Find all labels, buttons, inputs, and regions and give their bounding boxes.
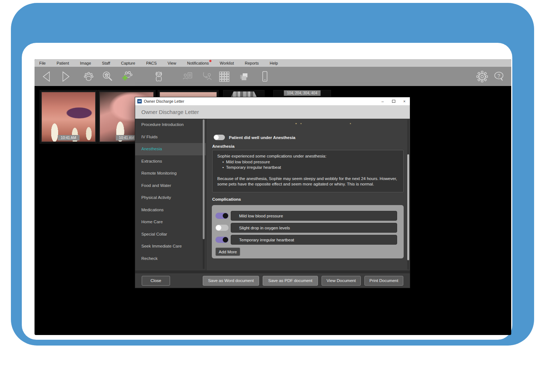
settings-gear-icon[interactable]	[476, 70, 488, 83]
staff-record-icon[interactable]	[182, 70, 194, 83]
sidebar-item-special-collar[interactable]: Special Collar	[135, 228, 206, 241]
menu-item-pacs-capture[interactable]: Capture	[121, 61, 135, 65]
paw-icon[interactable]	[82, 70, 95, 83]
bullet-marker: •	[222, 159, 224, 165]
complication-row: Temporary irregular heartbeat	[215, 235, 400, 245]
image-stack-icon[interactable]	[238, 70, 250, 83]
sidebar-item-food-and-water[interactable]: Food and Water	[135, 180, 206, 192]
sidebar-item-anesthesia[interactable]: Anesthesia	[135, 143, 206, 155]
print-document-button[interactable]: Print Document	[364, 276, 403, 286]
dialog-sidebar: Procedure Introduction IV Fluids Anesthe…	[135, 119, 206, 270]
patient-well-toggle-label: Patient did well under Anesthesia	[229, 135, 295, 140]
clipped-scrolled-text	[295, 123, 354, 124]
menu-item-pacs[interactable]: PACS	[146, 61, 157, 65]
exam-stethoscope-icon[interactable]	[201, 70, 213, 83]
maximize-icon[interactable]	[388, 97, 399, 105]
anesthesia-note-textarea[interactable]: Sophie experienced some complications un…	[212, 150, 404, 192]
window-controls: – ×	[377, 97, 410, 105]
complication-toggle-1[interactable]	[215, 213, 229, 219]
menu-item-notifications-label: Notifications	[187, 61, 209, 65]
patient-well-toggle-row: Patient did well under Anesthesia	[214, 135, 295, 140]
content-scrollbar-thumb[interactable]	[407, 154, 409, 260]
footer-divider	[135, 270, 410, 273]
complication-toggle-2[interactable]	[215, 225, 229, 231]
sidebar-item-home-care[interactable]: Home Care	[135, 216, 206, 228]
menu-item-worklist[interactable]: Worklist	[220, 61, 234, 65]
complication-field-1[interactable]: Mild low blood pressure	[231, 211, 397, 221]
dialog-header-title: Owner Discharge Letter	[135, 105, 410, 119]
back-icon[interactable]	[41, 70, 53, 83]
screenshot-stage: File Patient Image Staff Capture PACS Vi…	[0, 0, 545, 392]
note-bullet-2: Temporary irregular heartbeat	[226, 165, 281, 171]
mobile-phone-icon[interactable]	[259, 70, 271, 83]
toggle-knob	[223, 237, 228, 242]
menu-bar: File Patient Image Staff Capture PACS Vi…	[35, 59, 511, 67]
complications-panel: Mild low blood pressure Slight drop in o…	[212, 205, 404, 258]
toggle-knob	[223, 213, 228, 219]
sidebar-item-procedure-introduction[interactable]: Procedure Introduction	[135, 119, 206, 131]
save-pdf-button[interactable]: Save as PDF document	[263, 276, 318, 286]
note-paragraph: Because of the anesthesia, Sophie may se…	[217, 176, 399, 187]
sidebar-item-physical-activity[interactable]: Physical Activity	[135, 192, 206, 204]
sidebar-item-extractions[interactable]: Extractions	[135, 155, 206, 168]
help-bubble-icon[interactable]: ?	[493, 70, 505, 83]
dialog-titlebar[interactable]: Owner Discharge Letter – ×	[135, 97, 410, 105]
note-bullet-1: Mild low blood pressure	[226, 159, 270, 165]
notification-badge-dot	[209, 60, 211, 62]
thumbnail-time-label: 10:41 AM	[116, 135, 137, 140]
app-icon	[137, 99, 142, 103]
add-patient-paw-icon[interactable]	[121, 70, 133, 83]
owner-discharge-letter-dialog: Owner Discharge Letter – × Owner Dischar…	[135, 97, 410, 288]
complication-toggle-3[interactable]	[215, 237, 229, 243]
menu-item-image[interactable]: Image	[80, 61, 91, 65]
complication-row: Mild low blood pressure	[215, 211, 400, 221]
dialog-body: Procedure Introduction IV Fluids Anesthe…	[135, 119, 410, 270]
sidebar-item-medications[interactable]: Medications	[135, 204, 206, 216]
vet-imaging-app-window: File Patient Image Staff Capture PACS Vi…	[35, 59, 511, 335]
thumbnail-sutured-gum[interactable]: 10:41 AM	[40, 90, 97, 143]
bullet-marker: •	[222, 165, 224, 171]
sidebar-item-seek-immediate-care[interactable]: Seek Immediate Care	[135, 240, 206, 253]
footer-buttons: Close Save as Word document Save as PDF …	[135, 273, 410, 288]
menu-item-patient[interactable]: Patient	[57, 61, 69, 65]
toggle-knob	[214, 135, 219, 140]
menu-item-notifications[interactable]: Notifications	[187, 61, 209, 65]
grid-layout-icon[interactable]	[218, 70, 230, 83]
content-scrollbar[interactable]	[407, 119, 409, 270]
menu-item-file[interactable]: File	[39, 61, 46, 65]
note-bullets: •Mild low blood pressure •Temporary irre…	[222, 159, 399, 171]
complication-field-3[interactable]: Temporary irregular heartbeat	[231, 235, 397, 245]
thumbnail-teeth-label: 104, 204, 304, 404	[284, 90, 320, 96]
view-document-button[interactable]: View Document	[322, 276, 361, 286]
forward-icon[interactable]	[59, 70, 72, 83]
anesthesia-label: Anesthesia	[212, 144, 234, 148]
sidebar-item-iv-fluids[interactable]: IV Fluids	[135, 131, 206, 143]
menu-item-staff[interactable]: Staff	[102, 61, 110, 65]
complications-label: Complications	[212, 197, 241, 201]
menu-item-help[interactable]: Help	[270, 61, 278, 65]
thumbnail-time-label: 10:41 AM	[57, 135, 79, 140]
sidebar-item-remote-monitoring[interactable]: Remote Monitoring	[135, 167, 206, 180]
save-word-button[interactable]: Save as Word document	[203, 276, 259, 286]
menu-item-reports[interactable]: Reports	[245, 61, 259, 65]
close-button[interactable]: Close	[142, 276, 170, 286]
search-paw-icon[interactable]	[102, 70, 114, 83]
complication-field-2[interactable]: Slight drop in oxygen levels	[231, 223, 397, 233]
toggle-knob	[216, 225, 221, 230]
dialog-footer: Close Save as Word document Save as PDF …	[135, 270, 410, 288]
svg-text:?: ?	[497, 73, 500, 79]
menu-item-view[interactable]: View	[167, 61, 176, 65]
minimize-icon[interactable]: –	[377, 97, 388, 105]
toolbar: ?	[35, 67, 511, 86]
patient-well-toggle[interactable]	[214, 135, 225, 140]
anesthesia-section-content: Patient did well under Anesthesia Anesth…	[206, 119, 410, 270]
dog-icon[interactable]	[153, 70, 165, 83]
dialog-title: Owner Discharge Letter	[144, 99, 184, 103]
complication-row: Slight drop in oxygen levels	[215, 223, 400, 233]
sidebar-scrollbar[interactable]	[203, 119, 205, 269]
note-intro: Sophie experienced some complications un…	[217, 154, 399, 159]
add-more-button[interactable]: Add More	[215, 248, 240, 256]
sidebar-scrollbar-thumb[interactable]	[203, 119, 205, 239]
sidebar-item-recheck[interactable]: Recheck	[135, 253, 206, 265]
close-icon[interactable]: ×	[399, 97, 410, 105]
